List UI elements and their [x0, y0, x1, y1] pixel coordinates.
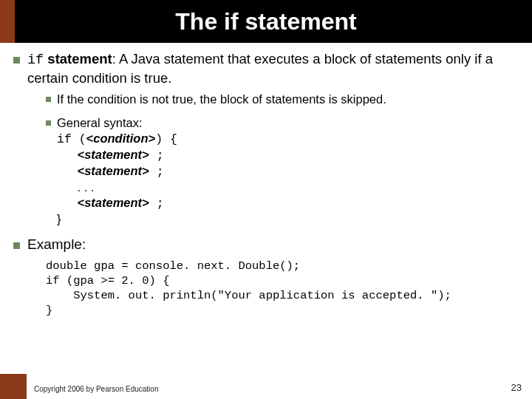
code-line-1: double gpa = console. next. Double(); — [46, 259, 519, 273]
example-bullet: Example: — [13, 236, 519, 254]
code-line-2: if (gpa >= 2. 0) { — [46, 273, 519, 288]
syntax-line-stmt1: <statement> ; — [57, 147, 177, 163]
sub-bullet-skip: If the condition is not true, the block … — [46, 92, 519, 107]
syntax-label: General syntax: — [57, 115, 177, 131]
main-bullet-text: if statement: A Java statement that exec… — [27, 50, 519, 87]
bullet-icon — [46, 120, 51, 126]
left-accent-bottom — [0, 374, 27, 399]
syntax-line-1: if (<condition>) { — [57, 131, 177, 147]
left-accent-top — [0, 0, 15, 43]
example-label: Example: — [27, 236, 86, 254]
sub-bullet-skip-text: If the condition is not true, the block … — [57, 92, 386, 107]
syntax-line-close: } — [57, 211, 177, 227]
bullet-icon — [13, 242, 20, 249]
slide-content: if statement: A Java statement that exec… — [0, 43, 532, 318]
code-line-3: System. out. println("Your application i… — [46, 288, 519, 303]
bullet-icon — [13, 57, 20, 64]
syntax-line-dots: . . . — [57, 180, 177, 195]
copyright-footer: Copyright 2006 by Pearson Education — [34, 385, 158, 393]
title-bar: The if statement — [0, 0, 532, 43]
syntax-line-stmt2: <statement> ; — [57, 163, 177, 180]
syntax-block: General syntax: if (<condition>) { <stat… — [57, 115, 177, 228]
code-line-4: } — [46, 303, 519, 318]
syntax-line-stmt3: <statement> ; — [57, 195, 177, 211]
code-keyword: if — [27, 52, 44, 68]
sub-bullet-list: If the condition is not true, the block … — [46, 92, 519, 227]
page-number: 23 — [511, 382, 522, 393]
example-code: double gpa = console. next. Double();if … — [46, 259, 519, 318]
bullet-icon — [46, 97, 51, 102]
sub-bullet-syntax: General syntax: if (<condition>) { <stat… — [46, 115, 519, 228]
slide-title: The if statement — [175, 8, 356, 35]
main-bullet: if statement: A Java statement that exec… — [13, 50, 519, 87]
bold-word: statement — [44, 51, 112, 66]
